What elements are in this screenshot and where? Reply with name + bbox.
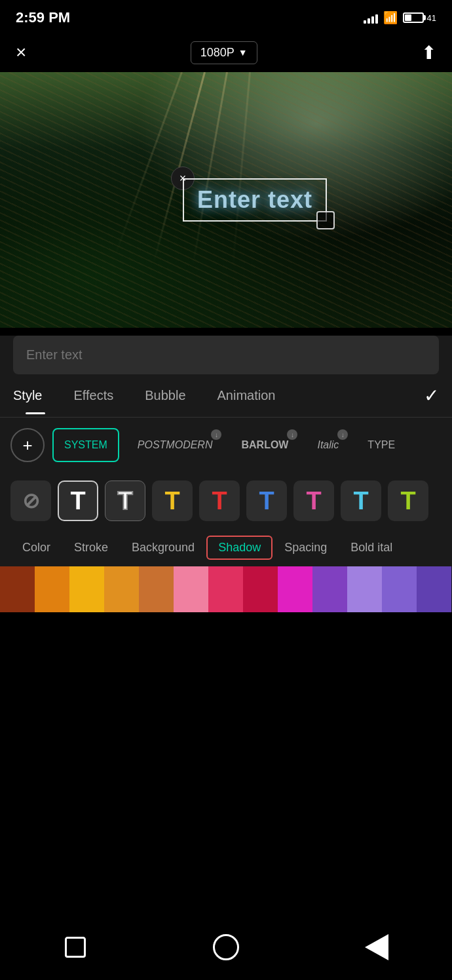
top-toolbar: × 1080P ▼ ⬆ bbox=[0, 33, 452, 72]
font-add-button[interactable]: + bbox=[10, 428, 45, 462]
text-box[interactable]: Enter text bbox=[183, 178, 327, 222]
color-swatch[interactable] bbox=[174, 566, 208, 612]
font-label: SYSTEM bbox=[64, 439, 107, 451]
resolution-label: 1080P bbox=[200, 46, 235, 60]
back-button[interactable] bbox=[359, 930, 395, 966]
sub-tab-background[interactable]: Background bbox=[120, 536, 206, 560]
status-bar: 2:59 PM 📶 41 bbox=[0, 0, 452, 33]
font-row: + SYSTEM POSTMODERN ↓ BARLOW ↓ Italic ↓ … bbox=[0, 418, 452, 473]
download-icon: ↓ bbox=[211, 429, 221, 440]
bottom-panel: Style Effects Bubble Animation ✓ + SYSTE… bbox=[0, 336, 452, 612]
color-swatch[interactable] bbox=[243, 566, 278, 612]
tab-effects[interactable]: Effects bbox=[58, 388, 129, 414]
color-swatch[interactable] bbox=[0, 566, 35, 612]
signal-icon bbox=[364, 12, 378, 24]
status-time: 2:59 PM bbox=[16, 9, 70, 26]
color-swatch[interactable] bbox=[104, 566, 139, 612]
style-lime-button[interactable]: T bbox=[388, 480, 428, 521]
plus-icon: + bbox=[22, 435, 32, 456]
resolution-arrow-icon: ▼ bbox=[238, 47, 248, 58]
record-icon bbox=[213, 934, 239, 960]
color-swatch[interactable] bbox=[417, 566, 451, 612]
t-red-icon: T bbox=[212, 487, 227, 515]
font-chip-system[interactable]: SYSTEM bbox=[52, 428, 119, 462]
style-icons-row: ⊘ T T T T T T T T bbox=[0, 473, 452, 529]
font-chip-italic[interactable]: Italic ↓ bbox=[307, 428, 349, 462]
text-resize-handle[interactable] bbox=[316, 211, 335, 229]
style-yellow-button[interactable]: T bbox=[152, 480, 193, 521]
text-input[interactable] bbox=[13, 336, 439, 374]
style-plain-button[interactable]: T bbox=[58, 480, 98, 521]
style-red-button[interactable]: T bbox=[199, 480, 240, 521]
text-input-row bbox=[0, 336, 452, 374]
download-icon: ↓ bbox=[337, 429, 348, 440]
none-icon: ⊘ bbox=[22, 488, 40, 513]
tab-style[interactable]: Style bbox=[13, 388, 58, 414]
font-label: TYPE bbox=[367, 439, 395, 451]
video-preview: × Enter text bbox=[0, 72, 452, 328]
status-icons: 📶 41 bbox=[364, 10, 436, 25]
color-swatch[interactable] bbox=[139, 566, 174, 612]
bottom-nav bbox=[0, 921, 452, 980]
battery-icon bbox=[403, 12, 424, 23]
upload-button[interactable]: ⬆ bbox=[421, 42, 436, 64]
color-swatch[interactable] bbox=[312, 566, 347, 612]
wifi-icon: 📶 bbox=[383, 10, 398, 25]
t-pink-icon: T bbox=[306, 487, 321, 515]
t-blue-icon: T bbox=[259, 487, 274, 515]
back-icon bbox=[365, 934, 388, 960]
t-cyan-icon: T bbox=[353, 487, 368, 515]
style-cyan-button[interactable]: T bbox=[341, 480, 381, 521]
download-icon: ↓ bbox=[287, 429, 297, 440]
t-yellow-icon: T bbox=[164, 487, 179, 515]
color-swatch[interactable] bbox=[278, 566, 312, 612]
color-swatch[interactable] bbox=[35, 566, 69, 612]
tab-bubble[interactable]: Bubble bbox=[129, 388, 201, 414]
t-lime-icon: T bbox=[400, 487, 415, 515]
tab-animation[interactable]: Animation bbox=[202, 388, 292, 414]
sub-tab-spacing[interactable]: Spacing bbox=[273, 536, 339, 560]
font-label: POSTMODERN bbox=[138, 439, 213, 451]
tabs-row: Style Effects Bubble Animation ✓ bbox=[0, 374, 452, 418]
color-swatch[interactable] bbox=[347, 566, 382, 612]
sub-tab-shadow[interactable]: Shadow bbox=[206, 536, 273, 560]
color-swatch[interactable] bbox=[208, 566, 243, 612]
text-overlay[interactable]: × Enter text bbox=[183, 178, 327, 222]
font-chip-postmodern[interactable]: POSTMODERN ↓ bbox=[127, 428, 223, 462]
color-swatches-row bbox=[0, 566, 452, 612]
color-swatch[interactable] bbox=[69, 566, 104, 612]
style-stroke-button[interactable]: T bbox=[105, 480, 145, 521]
stop-button[interactable] bbox=[58, 930, 94, 966]
font-label: BARLOW bbox=[241, 439, 288, 451]
sub-tab-color[interactable]: Color bbox=[10, 536, 62, 560]
sub-tab-stroke[interactable]: Stroke bbox=[62, 536, 120, 560]
t-stroke-icon: T bbox=[117, 487, 132, 515]
color-swatch[interactable] bbox=[382, 566, 417, 612]
resolution-button[interactable]: 1080P ▼ bbox=[191, 41, 257, 64]
close-button[interactable]: × bbox=[16, 43, 26, 62]
sub-tab-bold-italic[interactable]: Bold ital bbox=[339, 536, 404, 560]
sub-tabs-row: Color Stroke Background Shadow Spacing B… bbox=[0, 529, 452, 566]
tab-confirm[interactable]: ✓ bbox=[424, 385, 439, 417]
stop-icon bbox=[65, 937, 86, 958]
record-button[interactable] bbox=[208, 930, 244, 966]
font-chip-type[interactable]: TYPE bbox=[357, 428, 405, 462]
style-pink-button[interactable]: T bbox=[293, 480, 334, 521]
style-blue-button[interactable]: T bbox=[246, 480, 287, 521]
style-none-button[interactable]: ⊘ bbox=[10, 480, 51, 521]
font-chip-barlow[interactable]: BARLOW ↓ bbox=[231, 428, 299, 462]
t-plain-icon: T bbox=[70, 487, 85, 515]
font-label: Italic bbox=[317, 439, 339, 451]
battery-level: 41 bbox=[427, 13, 436, 23]
overlay-text: Enter text bbox=[197, 186, 312, 213]
